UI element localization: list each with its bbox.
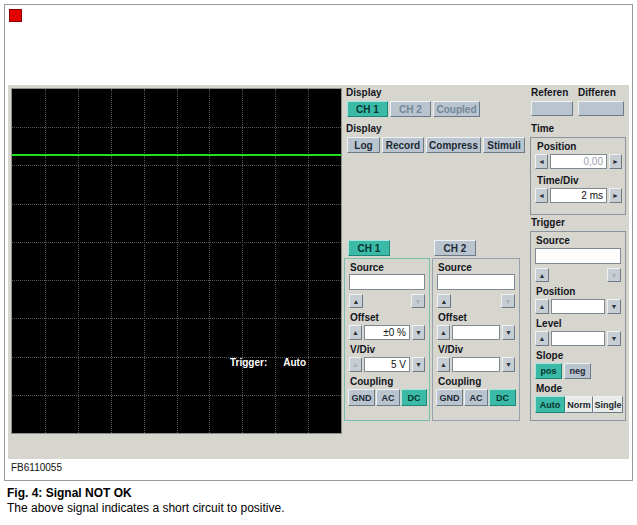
differential-label: Differen	[578, 87, 616, 99]
ch1-vdiv-field[interactable]: 5 V	[364, 357, 410, 372]
reference-button[interactable]	[531, 101, 573, 116]
trigger-level-label: Level	[536, 318, 562, 330]
down-arrow-icon: ▼	[415, 361, 422, 368]
trigger-status-value: Auto	[283, 357, 306, 368]
trigger-source-up-button[interactable]: ▲	[535, 268, 549, 282]
record-button[interactable]: Record	[382, 137, 424, 153]
ch1-vdiv-up-button[interactable]: ▲	[349, 357, 362, 372]
timediv-decrement-button[interactable]: ◄	[535, 188, 548, 203]
ch2-offset-up-button[interactable]: ▲	[437, 325, 450, 340]
trigger-source-dropdown-button[interactable]: ▼	[607, 268, 621, 282]
log-button[interactable]: Log	[347, 137, 380, 153]
trigger-level-up-button[interactable]: ▲	[535, 331, 549, 346]
differential-button[interactable]	[578, 101, 624, 116]
up-arrow-icon: ▲	[539, 272, 546, 279]
display-channels-label: Display	[346, 87, 382, 99]
time-position-increment-button[interactable]: ►	[609, 154, 622, 169]
scope-grid	[12, 89, 341, 433]
ch2-offset-field[interactable]	[452, 325, 500, 340]
ch2-vdiv-field[interactable]	[452, 357, 500, 372]
ch1-vdiv-down-button[interactable]: ▼	[412, 357, 425, 372]
ch2-vdiv-label: V/Div	[438, 344, 463, 356]
slope-pos-button[interactable]: pos	[535, 363, 562, 379]
ch2-coupling-dc-button[interactable]: DC	[489, 389, 516, 406]
down-arrow-icon: ▼	[505, 329, 512, 336]
stimuli-button[interactable]: Stimuli	[483, 137, 525, 153]
ch1-source-input[interactable]	[349, 274, 425, 290]
down-arrow-icon: ▼	[611, 272, 618, 279]
ch2-coupling-gnd-button[interactable]: GND	[436, 389, 463, 406]
right-arrow-icon: ►	[612, 158, 619, 165]
display-modes-label: Display	[346, 123, 382, 135]
mode-norm-button[interactable]: Norm	[565, 396, 593, 413]
ch1-vdiv-label: V/Div	[350, 344, 375, 356]
ch2-source-up-button[interactable]: ▲	[437, 294, 451, 308]
time-position-field[interactable]: 0,00	[550, 154, 607, 169]
up-arrow-icon: ▲	[352, 329, 359, 336]
display-ch2-button[interactable]: CH 2	[390, 101, 431, 117]
ch2-vdiv-up-button[interactable]: ▲	[437, 357, 450, 372]
ch2-offset-label: Offset	[438, 312, 467, 324]
left-arrow-icon: ◄	[538, 192, 545, 199]
display-coupled-button[interactable]: Coupled	[433, 101, 480, 117]
trigger-source-input[interactable]	[535, 248, 621, 264]
tab-ch2[interactable]: CH 2	[434, 240, 476, 256]
scope-status: Trigger: Auto	[230, 357, 306, 368]
compress-button[interactable]: Compress	[426, 137, 481, 153]
reference-label: Referen	[531, 87, 568, 99]
down-arrow-icon: ▼	[611, 335, 618, 342]
display-ch1-button[interactable]: CH 1	[347, 101, 388, 117]
ch1-offset-down-button[interactable]: ▼	[412, 325, 425, 340]
up-arrow-icon: ▲	[539, 335, 546, 342]
down-arrow-icon: ▼	[415, 298, 422, 305]
ch2-source-input[interactable]	[437, 274, 515, 290]
down-arrow-icon: ▼	[505, 298, 512, 305]
ch1-panel: Source ▲ ▼ Offset ▲ ±0 % ▼ V/Div ▲ 5 V ▼…	[344, 258, 430, 421]
trigger-position-down-button[interactable]: ▼	[607, 299, 621, 314]
trigger-groupbox: Source ▲ ▼ Position ▲ ▼ Level ▲ ▼ Slope …	[530, 231, 626, 421]
up-arrow-icon: ▲	[353, 298, 360, 305]
ch1-source-dropdown-button[interactable]: ▼	[411, 294, 425, 308]
mode-single-button[interactable]: Single	[593, 396, 623, 413]
figure-frame: Trigger: Auto Display CH 1 CH 2 Coupled …	[4, 4, 633, 481]
ch1-coupling-gnd-button[interactable]: GND	[348, 389, 375, 406]
ch1-coupling-ac-button[interactable]: AC	[376, 389, 400, 406]
caption-text: The above signal indicates a short circu…	[7, 501, 284, 515]
trigger-position-label: Position	[536, 286, 575, 298]
trigger-mode-label: Mode	[536, 383, 562, 395]
timediv-increment-button[interactable]: ►	[609, 188, 622, 203]
time-position-label: Position	[537, 141, 576, 153]
left-arrow-icon: ◄	[538, 158, 545, 165]
mode-auto-button[interactable]: Auto	[535, 396, 565, 413]
ch2-panel: Source ▲ ▼ Offset ▲ ▼ V/Div ▲ ▼ Coupling…	[432, 258, 520, 421]
tab-ch1[interactable]: CH 1	[348, 240, 390, 256]
up-arrow-icon: ▲	[539, 303, 546, 310]
oscilloscope-panel: Trigger: Auto Display CH 1 CH 2 Coupled …	[8, 85, 629, 459]
down-arrow-icon: ▼	[415, 329, 422, 336]
red-marker	[9, 9, 22, 22]
ch1-offset-field[interactable]: ±0 %	[364, 325, 410, 340]
signal-trace	[12, 154, 341, 156]
ch2-vdiv-down-button[interactable]: ▼	[502, 357, 515, 372]
time-label: Time	[531, 123, 554, 135]
trigger-level-field[interactable]	[551, 331, 605, 346]
up-arrow-icon: ▲	[440, 361, 447, 368]
ch1-offset-up-button[interactable]: ▲	[349, 325, 362, 340]
timediv-field[interactable]: 2 ms	[550, 188, 607, 203]
ch1-source-up-button[interactable]: ▲	[349, 294, 363, 308]
ch2-coupling-ac-button[interactable]: AC	[464, 389, 488, 406]
trigger-position-up-button[interactable]: ▲	[535, 299, 549, 314]
trigger-slope-label: Slope	[536, 350, 563, 362]
trigger-source-label: Source	[536, 235, 570, 247]
up-arrow-icon: ▲	[352, 361, 359, 368]
slope-neg-button[interactable]: neg	[564, 363, 591, 379]
ch1-coupling-dc-button[interactable]: DC	[401, 389, 427, 406]
caption-title: Fig. 4: Signal NOT OK	[7, 486, 132, 500]
trigger-position-field[interactable]	[551, 299, 605, 314]
scope-screen: Trigger: Auto	[11, 88, 342, 434]
ch2-source-dropdown-button[interactable]: ▼	[501, 294, 515, 308]
ch2-offset-down-button[interactable]: ▼	[502, 325, 515, 340]
trigger-level-down-button[interactable]: ▼	[607, 331, 621, 346]
time-position-decrement-button[interactable]: ◄	[535, 154, 548, 169]
figure-code: FB6110055	[11, 462, 62, 473]
